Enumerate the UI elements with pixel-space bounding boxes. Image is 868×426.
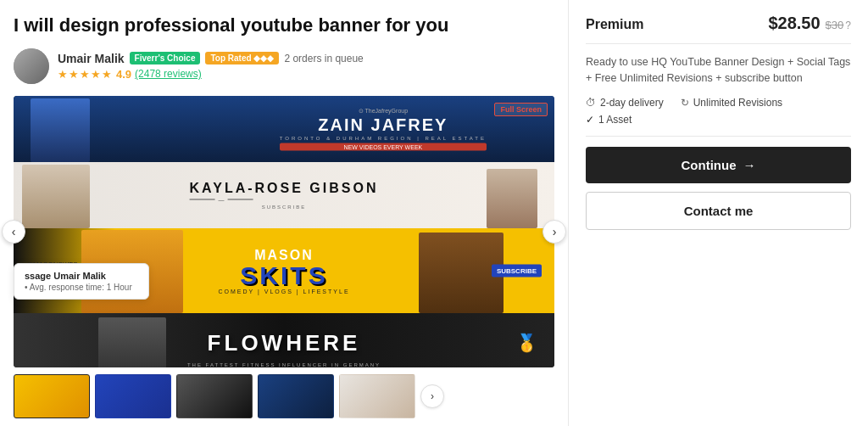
star-icons: ★★★★★: [58, 68, 113, 81]
checkmark-icon: ✓: [586, 114, 594, 126]
banner-2-dash: —: [219, 196, 225, 202]
features-row: ⏱ 2-day delivery ↻ Unlimited Revisions: [586, 97, 851, 109]
carousel-wrapper: ⊙ TheJafreyGroup ZAIN JAFREY TORONTO & D…: [14, 96, 554, 367]
carousel-prev-button[interactable]: ‹: [2, 220, 25, 244]
pricing-amount: $28.50: [768, 14, 820, 33]
thumbnail-3[interactable]: [176, 374, 253, 418]
divider-1: [586, 43, 851, 44]
banner-2-content: KAYLA-ROSE GIBSON — SUBSCRIBE: [190, 181, 379, 209]
message-bubble: ssage Umair Malik • Avg. response time: …: [14, 263, 149, 300]
clock-icon: ⏱: [586, 97, 596, 109]
banner-3-subscribe: SUBSCRIBE: [492, 264, 542, 277]
banner-3-content: MASON SKITS COMEDY | VLOGS | LIFESTYLE: [218, 247, 349, 294]
divider-2: [586, 136, 851, 137]
carousel-next-button[interactable]: ›: [542, 220, 566, 244]
top-rated-badge: Top Rated ◆◆◆: [205, 52, 279, 64]
banner-4-subtitle: THE FATTEST FITNESS INFLUENCER IN GERMAN…: [187, 362, 381, 367]
banner-1-content: ⊙ TheJafreyGroup ZAIN JAFREY TORONTO & D…: [280, 107, 487, 150]
thumbnail-2[interactable]: [95, 374, 171, 418]
seller-row: Umair Malik Fiverr's Choice Top Rated ◆◆…: [14, 48, 554, 84]
delivery-label: 2-day delivery: [600, 97, 664, 109]
banner-4-name: FLOWHERE: [208, 329, 361, 356]
banner-2-name: KAYLA-ROSE GIBSON: [190, 181, 379, 194]
info-icon[interactable]: ?: [845, 20, 851, 31]
banner-3-subtitle: COMEDY | VLOGS | LIFESTYLE: [218, 288, 349, 294]
seller-name: Umair Malik: [58, 52, 125, 65]
banner-2-line-right: [228, 199, 253, 199]
fullscreen-badge: Full Screen: [494, 103, 548, 116]
continue-label: Continue: [682, 158, 737, 172]
thumbnail-4[interactable]: [258, 374, 334, 418]
feature-asset: ✓ 1 Asset: [586, 114, 632, 126]
avatar: [14, 48, 49, 84]
banner-1-subtitle: TORONTO & DURHAM REGION | REAL ESTATE: [280, 135, 487, 140]
pricing-description: Ready to use HQ YouTube Banner Design + …: [586, 54, 851, 87]
seller-name-row: Umair Malik Fiverr's Choice Top Rated ◆◆…: [58, 52, 364, 65]
price-right: $28.50 $30 ?: [768, 14, 851, 33]
banner-1-logo: ⊙ TheJafreyGroup: [280, 107, 487, 114]
banner-4-medal: 🥇: [516, 333, 537, 353]
pricing-tier: Premium: [586, 17, 643, 32]
right-panel: Premium $28.50 $30 ? Ready to use HQ You…: [568, 0, 868, 426]
banner-1-person: [31, 98, 90, 162]
seller-info: Umair Malik Fiverr's Choice Top Rated ◆◆…: [58, 52, 364, 81]
revisions-label: Unlimited Revisions: [693, 97, 782, 109]
banner-4-person: [98, 317, 166, 367]
banner-1-tag: NEW VIDEOS EVERY WEEK: [280, 143, 487, 150]
message-bubble-subtitle: • Avg. response time: 1 Hour: [25, 283, 138, 292]
thumbnail-5[interactable]: [339, 374, 415, 418]
message-bubble-title: ssage Umair Malik: [25, 271, 138, 281]
continue-button[interactable]: Continue →: [586, 147, 851, 183]
banner-2-line-left: [190, 199, 215, 199]
rating-count[interactable]: (2478 reviews): [135, 68, 202, 80]
feature-delivery: ⏱ 2-day delivery: [586, 97, 664, 109]
carousel-container: ⊙ TheJafreyGroup ZAIN JAFREY TORONTO & D…: [14, 96, 554, 367]
banner-kayla-rose: KAYLA-ROSE GIBSON — SUBSCRIBE: [14, 162, 554, 228]
left-panel: I will design professional youtube banne…: [0, 0, 568, 426]
contact-button[interactable]: Contact me: [586, 192, 851, 230]
feature-revisions: ↻ Unlimited Revisions: [681, 97, 782, 109]
page-title: I will design professional youtube banne…: [14, 14, 554, 38]
pricing-row: Premium $28.50 $30 ?: [586, 14, 851, 33]
banner-2-person-left: [22, 165, 90, 228]
rating-row: ★★★★★ 4.9 (2478 reviews): [58, 68, 364, 81]
continue-arrow: →: [743, 158, 756, 172]
thumbnails-next-button[interactable]: ›: [420, 384, 444, 408]
banner-1-name: ZAIN JAFREY: [280, 115, 487, 132]
banner-zain-jafrey: ⊙ TheJafreyGroup ZAIN JAFREY TORONTO & D…: [14, 96, 554, 162]
banner-3-name-bottom: SKITS: [218, 262, 349, 288]
fiverr-choice-badge: Fiverr's Choice: [130, 52, 201, 64]
banner-2-person-right: [487, 169, 537, 228]
features-row-2: ✓ 1 Asset: [586, 114, 851, 126]
refresh-icon: ↻: [681, 97, 689, 109]
avatar-image: [14, 48, 49, 84]
thumbnail-1[interactable]: [14, 374, 90, 418]
asset-label: 1 Asset: [598, 114, 632, 126]
thumbnails-row: ›: [14, 374, 554, 418]
banner-2-divider: —: [190, 196, 379, 202]
banner-flowhere: FLOWHERE THE FATTEST FITNESS INFLUENCER …: [14, 313, 554, 367]
rating-score: 4.9: [116, 68, 131, 81]
banner-2-sub: SUBSCRIBE: [190, 204, 379, 209]
pricing-original: $30: [826, 19, 844, 31]
orders-queue: 2 orders in queue: [284, 53, 363, 64]
